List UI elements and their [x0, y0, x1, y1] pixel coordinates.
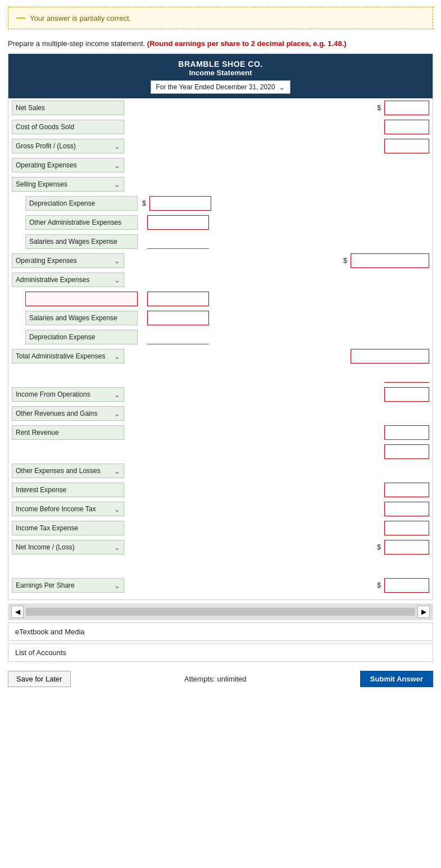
- row-other-expenses-losses: Other Expenses and Losses ⌄: [8, 461, 433, 480]
- salaries-1-label: Salaries and Wages Expense: [25, 234, 138, 249]
- list-of-accounts-link[interactable]: List of Accounts: [8, 643, 433, 662]
- row-gross-profit: Gross Profit / (Loss) ⌄: [8, 137, 433, 156]
- action-bar: Save for Later Attempts: unlimited Submi…: [0, 665, 441, 693]
- scroll-track[interactable]: [26, 608, 415, 616]
- scroll-left-arrow[interactable]: ◀: [11, 606, 24, 618]
- income-from-operations-input[interactable]: [384, 387, 429, 402]
- income-ops-chevron-icon: ⌄: [114, 390, 120, 399]
- net-sales-label: Net Sales: [12, 101, 124, 115]
- net-income-chevron-icon: ⌄: [114, 543, 120, 552]
- row-depreciation-1: Depreciation Expense $: [8, 194, 433, 213]
- row-admin-header: Administrative Expenses ⌄: [8, 270, 433, 289]
- depreciation-2-label: Depreciation Expense: [25, 330, 138, 344]
- date-selector[interactable]: For the Year Ended December 31, 2020 ⌄: [151, 80, 290, 94]
- statement-header: BRAMBLE SHOE CO. Income Statement For th…: [8, 54, 433, 98]
- submit-button[interactable]: Submit Answer: [360, 671, 433, 687]
- net-income-input[interactable]: [384, 540, 429, 555]
- gross-profit-label[interactable]: Gross Profit / (Loss) ⌄: [12, 139, 124, 153]
- operating-expenses-total-label[interactable]: Operating Expenses ⌄: [12, 253, 124, 268]
- company-name: BRAMBLE SHOE CO.: [11, 60, 430, 69]
- row-gap-bottom: [8, 557, 433, 576]
- other-revenues-label[interactable]: Other Revenues and Gains ⌄: [12, 406, 124, 421]
- standalone-right-input[interactable]: [384, 444, 429, 459]
- row-net-income: Net Income / (Loss) ⌄ $: [8, 538, 433, 557]
- row-income-tax: Income Tax Expense: [8, 519, 433, 538]
- minus-icon: —: [16, 13, 25, 23]
- salaries-2-label: Salaries and Wages Expense: [25, 311, 138, 325]
- depreciation-2-input[interactable]: [147, 330, 209, 344]
- income-tax-label: Income Tax Expense: [12, 521, 124, 535]
- scroll-right-arrow[interactable]: ▶: [417, 606, 430, 618]
- eps-chevron-icon: ⌄: [114, 581, 120, 590]
- total-admin-chevron-icon: ⌄: [114, 352, 120, 361]
- op-exp-total-dollar: $: [343, 257, 347, 265]
- instruction: Prepare a multiple-step income statement…: [0, 36, 441, 53]
- salaries-1-input-underline: [147, 234, 209, 249]
- row-cogs: Cost of Goods Sold: [8, 117, 433, 137]
- interest-expense-input[interactable]: [384, 483, 429, 497]
- gross-profit-input[interactable]: [384, 139, 429, 153]
- statement-title: Income Statement: [11, 69, 430, 77]
- other-exp-losses-label[interactable]: Other Expenses and Losses ⌄: [12, 463, 124, 478]
- other-exp-chevron-icon: ⌄: [114, 467, 120, 475]
- row-selling-expenses: Selling Expenses ⌄: [8, 175, 433, 194]
- op-exp-chevron-icon: ⌄: [114, 161, 120, 170]
- cogs-label: Cost of Goods Sold: [12, 120, 124, 134]
- date-chevron-icon: ⌄: [279, 83, 285, 92]
- row-standalone-right: [8, 442, 433, 461]
- gap-right-input-1[interactable]: [384, 368, 429, 383]
- selling-exp-chevron-icon: ⌄: [114, 180, 120, 189]
- admin-blank-input[interactable]: [147, 292, 209, 306]
- income-statement-wrapper: BRAMBLE SHOE CO. Income Statement For th…: [8, 53, 433, 600]
- instruction-text: Prepare a multiple-step income statement…: [8, 39, 145, 48]
- row-total-admin: Total Administrative Expenses ⌄: [8, 347, 433, 366]
- eps-dollar: $: [377, 581, 381, 589]
- income-before-tax-label[interactable]: Income Before Income Tax ⌄: [12, 502, 124, 516]
- rent-revenue-input[interactable]: [384, 425, 429, 439]
- save-later-button[interactable]: Save for Later: [8, 671, 71, 687]
- admin-header-label[interactable]: Administrative Expenses ⌄: [12, 272, 124, 287]
- net-sales-input[interactable]: [384, 101, 429, 115]
- footer-links: eTextbook and Media List of Accounts: [8, 622, 433, 662]
- row-income-from-operations: Income From Operations ⌄: [8, 385, 433, 404]
- operating-expenses-header-label[interactable]: Operating Expenses ⌄: [12, 158, 124, 172]
- cogs-input[interactable]: [384, 120, 429, 134]
- rent-revenue-label: Rent Revenue: [12, 425, 124, 440]
- partial-correct-banner: — Your answer is partially correct.: [8, 7, 433, 29]
- interest-expense-label: Interest Expense: [12, 483, 124, 497]
- depreciation-1-label: Depreciation Expense: [25, 196, 138, 211]
- admin-blank-label-input[interactable]: [29, 295, 134, 303]
- salaries-2-input[interactable]: [147, 311, 209, 325]
- other-rev-chevron-icon: ⌄: [114, 410, 120, 418]
- salaries-1-input[interactable]: [147, 234, 209, 248]
- eps-input[interactable]: [384, 578, 429, 593]
- income-from-operations-label[interactable]: Income From Operations ⌄: [12, 387, 124, 402]
- operating-expenses-total-input[interactable]: [351, 253, 429, 268]
- total-admin-label[interactable]: Total Administrative Expenses ⌄: [12, 349, 124, 363]
- other-admin-label: Other Administrative Expenses: [25, 215, 138, 230]
- row-gap-right-1: [8, 366, 433, 385]
- earnings-per-share-label[interactable]: Earnings Per Share ⌄: [12, 578, 124, 593]
- statement-body: Net Sales $ Cost of Goods Sold Gross Pro…: [8, 98, 433, 599]
- income-before-tax-input[interactable]: [384, 502, 429, 516]
- depreciation-1-input[interactable]: [149, 196, 211, 211]
- banner-message: Your answer is partially correct.: [30, 14, 131, 22]
- other-admin-input[interactable]: [147, 215, 209, 230]
- income-before-tax-chevron-icon: ⌄: [114, 505, 120, 513]
- row-salaries-2: Salaries and Wages Expense $: [8, 308, 433, 328]
- row-salaries-1: Salaries and Wages Expense $: [8, 232, 433, 251]
- admin-blank-label[interactable]: [25, 292, 138, 306]
- row-admin-blank: $: [8, 289, 433, 308]
- net-sales-dollar: $: [377, 104, 381, 112]
- total-admin-input[interactable]: [351, 349, 429, 363]
- net-income-label[interactable]: Net Income / (Loss) ⌄: [12, 540, 124, 555]
- row-operating-expenses-header: Operating Expenses ⌄: [8, 156, 433, 175]
- gross-profit-chevron-icon: ⌄: [114, 142, 120, 151]
- selling-expenses-label[interactable]: Selling Expenses ⌄: [12, 177, 124, 192]
- row-depreciation-2: Depreciation Expense $: [8, 328, 433, 347]
- row-income-before-tax: Income Before Income Tax ⌄: [8, 499, 433, 519]
- etextbook-link[interactable]: eTextbook and Media: [8, 622, 433, 641]
- row-operating-expenses-total: Operating Expenses ⌄ $: [8, 251, 433, 270]
- attempts-text: Attempts: unlimited: [184, 675, 247, 683]
- income-tax-input[interactable]: [384, 521, 429, 535]
